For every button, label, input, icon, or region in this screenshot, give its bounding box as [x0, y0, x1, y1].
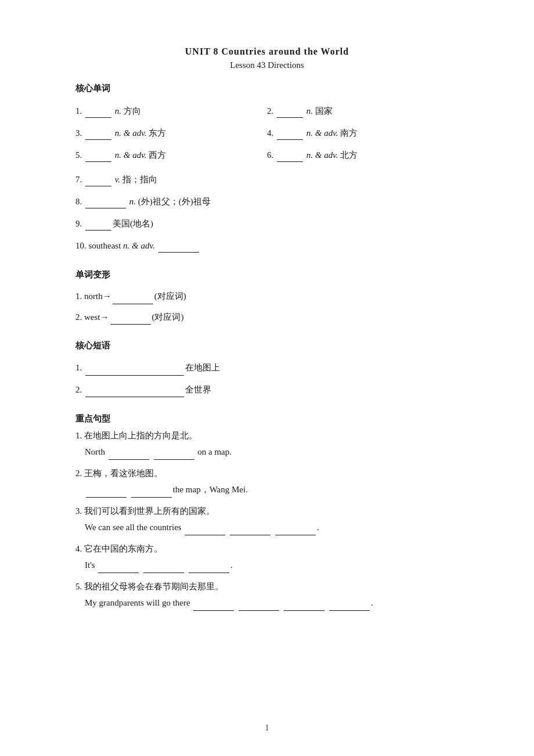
- sentence-chinese-2: 2. 王梅，看这张地图。: [75, 468, 459, 479]
- sentence-english-4: It's .: [75, 557, 459, 573]
- vocab-item-5: 5. n. & adv. 西方: [75, 144, 267, 166]
- page: UNIT 8 Countries around the World Lesson…: [0, 0, 534, 756]
- sentence-chinese-1: 1. 在地图上向上指的方向是北。: [75, 430, 459, 441]
- sentence-block-1: 1. 在地图上向上指的方向是北。 North on a map.: [75, 430, 459, 460]
- phrase-item-1: 1. 在地图上: [75, 357, 459, 379]
- blank-3[interactable]: [85, 131, 111, 140]
- blank-phrase-1[interactable]: [85, 366, 184, 376]
- vocab-grid: 1. n. 方向 2. n. 国家 3. n. & adv. 东方 4. n. …: [75, 100, 459, 166]
- blank-s4-2[interactable]: [143, 564, 184, 573]
- section-key-sentences: 重点句型: [75, 413, 459, 424]
- sentence-chinese-4: 4. 它在中国的东南方。: [75, 543, 459, 555]
- sentence-english-3: We can see all the countries .: [75, 520, 459, 535]
- section-core-phrases: 核心短语: [75, 340, 459, 351]
- blank-s5-4[interactable]: [329, 602, 370, 611]
- blank-9[interactable]: [85, 221, 111, 231]
- blank-10[interactable]: [158, 243, 199, 253]
- sentence-english-2: the map，Wang Mei.: [75, 482, 459, 498]
- page-number: 1: [265, 723, 269, 733]
- vocab-item-2: 2. n. 国家: [267, 100, 459, 122]
- blank-1[interactable]: [85, 109, 111, 118]
- vocab-item-8: 8. n. (外)祖父；(外)祖母: [75, 190, 459, 213]
- sentence-english-5: My grandparents will go there .: [75, 595, 459, 611]
- phrase-item-2: 2. 全世界: [75, 379, 459, 401]
- vocab-item-9: 9. 美国(地名): [75, 213, 459, 235]
- blank-7[interactable]: [85, 177, 111, 186]
- blank-5[interactable]: [85, 153, 111, 162]
- vocab-item-10: 10. southeast n. & adv.: [75, 235, 459, 257]
- vocab-item-6: 6. n. & adv. 北方: [267, 144, 459, 166]
- blank-phrase-2[interactable]: [85, 388, 184, 397]
- blank-morph-1[interactable]: [113, 295, 153, 304]
- blank-s4-1[interactable]: [98, 564, 139, 573]
- blank-s1-1[interactable]: [109, 451, 149, 460]
- blank-s1-2[interactable]: [154, 451, 194, 460]
- sentence-block-4: 4. 它在中国的东南方。 It's .: [75, 543, 459, 573]
- blank-2[interactable]: [277, 109, 303, 118]
- section-morphology: 单词变形: [75, 269, 459, 280]
- sentence-block-2: 2. 王梅，看这张地图。 the map，Wang Mei.: [75, 468, 459, 498]
- blank-s5-2[interactable]: [239, 602, 279, 611]
- blank-s3-1[interactable]: [185, 526, 225, 535]
- subtitle: Lesson 43 Directions: [75, 60, 459, 70]
- vocab-item-1: 1. n. 方向: [75, 100, 267, 122]
- vocab-item-4: 4. n. & adv. 南方: [267, 122, 459, 144]
- morphology-item-2: 2. west→(对应词): [75, 307, 459, 328]
- blank-4[interactable]: [277, 131, 303, 140]
- sentence-chinese-3: 3. 我们可以看到世界上所有的国家。: [75, 506, 459, 517]
- sentence-block-3: 3. 我们可以看到世界上所有的国家。 We can see all the co…: [75, 506, 459, 535]
- title-section: UNIT 8 Countries around the World Lesson…: [75, 46, 459, 70]
- blank-s5-3[interactable]: [284, 602, 324, 611]
- sentence-english-1: North on a map.: [75, 444, 459, 460]
- blank-8[interactable]: [85, 199, 126, 208]
- blank-s3-3[interactable]: [275, 526, 316, 535]
- blank-s3-2[interactable]: [230, 526, 270, 535]
- sentence-chinese-5: 5. 我的祖父母将会在春节期间去那里。: [75, 581, 459, 592]
- blank-s2-1[interactable]: [86, 488, 127, 498]
- blank-s4-3[interactable]: [189, 564, 229, 573]
- blank-morph-2[interactable]: [110, 315, 151, 325]
- section-core-vocab: 核心单词: [75, 83, 459, 94]
- blank-s2-2[interactable]: [131, 488, 172, 498]
- blank-s5-1[interactable]: [193, 602, 234, 611]
- vocab-item-7: 7. v. 指；指向: [75, 168, 459, 190]
- vocab-item-3: 3. n. & adv. 东方: [75, 122, 267, 144]
- main-title: UNIT 8 Countries around the World: [75, 46, 459, 57]
- sentence-block-5: 5. 我的祖父母将会在春节期间去那里。 My grandparents will…: [75, 581, 459, 611]
- morphology-item-1: 1. north→(对应词): [75, 286, 459, 307]
- blank-6[interactable]: [277, 153, 303, 162]
